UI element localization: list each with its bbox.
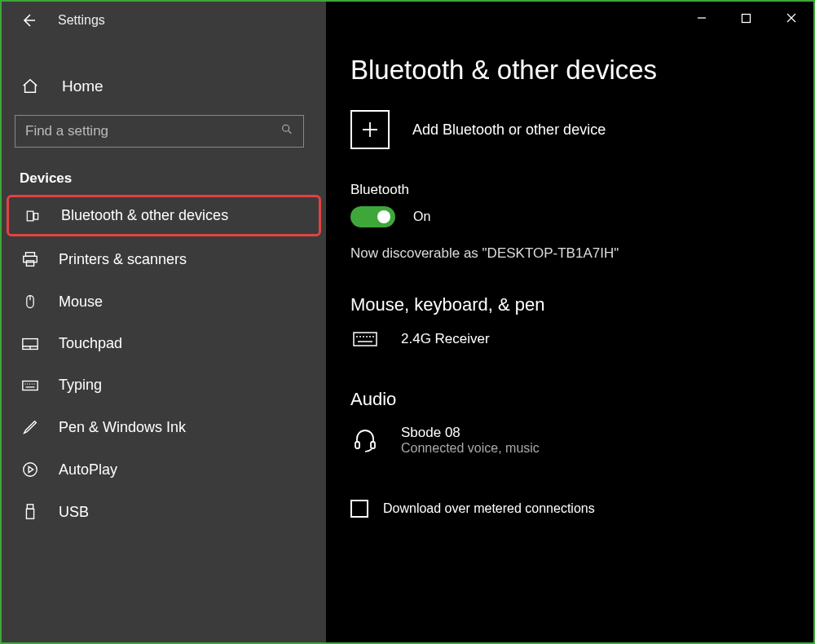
mouse-icon — [20, 293, 41, 311]
home-link[interactable]: Home — [2, 68, 326, 105]
device-label: Sbode 08 — [401, 425, 540, 441]
page-title: Bluetooth & other devices — [350, 55, 813, 86]
sidebar-item-usb[interactable]: USB — [2, 491, 326, 533]
sidebar-item-label: Touchpad — [59, 335, 122, 352]
sidebar-item-typing[interactable]: Typing — [2, 364, 326, 406]
device-receiver[interactable]: 2.4G Receiver — [350, 330, 813, 348]
svg-rect-1 — [27, 211, 33, 221]
sidebar-item-pen[interactable]: Pen & Windows Ink — [2, 406, 326, 448]
bluetooth-icon — [22, 208, 43, 224]
sidebar-item-bluetooth[interactable]: Bluetooth & other devices — [7, 195, 321, 236]
printer-icon — [20, 250, 41, 268]
bluetooth-state: On — [413, 210, 430, 224]
sidebar-item-label: USB — [59, 504, 89, 521]
close-icon — [786, 12, 797, 24]
bluetooth-label: Bluetooth — [350, 182, 813, 198]
search-input-container — [15, 115, 304, 148]
section-label-devices: Devices — [20, 170, 326, 187]
home-label: Home — [62, 77, 104, 95]
metered-label: Download over metered connections — [383, 501, 595, 516]
bluetooth-toggle[interactable] — [350, 206, 395, 227]
svg-rect-2 — [34, 213, 38, 219]
add-device-label: Add Bluetooth or other device — [412, 121, 606, 139]
titlebar-label: Settings — [58, 13, 105, 28]
discoverable-text: Now discoverable as "DESKTOP-TB1A7IH" — [350, 245, 813, 262]
maximize-button[interactable] — [724, 2, 769, 34]
search-icon — [280, 123, 293, 140]
pen-icon — [20, 418, 41, 436]
close-button[interactable] — [769, 2, 813, 34]
svg-rect-10 — [27, 505, 33, 509]
sidebar-item-mouse[interactable]: Mouse — [2, 280, 326, 323]
svg-rect-5 — [26, 261, 33, 266]
svg-rect-4 — [24, 256, 37, 262]
touchpad-icon — [20, 337, 41, 351]
device-label: 2.4G Receiver — [401, 331, 490, 347]
svg-rect-15 — [371, 442, 375, 448]
maximize-icon — [741, 13, 751, 24]
headset-icon — [350, 427, 380, 453]
svg-rect-11 — [26, 509, 33, 518]
sidebar-item-label: Mouse — [59, 293, 103, 311]
minimize-icon — [696, 12, 707, 24]
svg-rect-14 — [355, 442, 359, 448]
usb-icon — [20, 503, 41, 521]
device-sbode[interactable]: Sbode 08 Connected voice, music — [350, 425, 813, 456]
autoplay-icon — [20, 461, 41, 479]
back-button[interactable] — [14, 6, 43, 35]
keyboard-icon — [350, 330, 380, 348]
keyboard-icon — [20, 379, 41, 392]
add-device-button[interactable]: Add Bluetooth or other device — [350, 110, 813, 149]
svg-rect-8 — [23, 381, 37, 390]
minimize-button[interactable] — [679, 2, 724, 34]
sidebar-item-printers[interactable]: Printers & scanners — [2, 238, 326, 280]
plus-icon — [350, 110, 390, 149]
arrow-left-icon — [20, 12, 37, 29]
sidebar-item-label: Printers & scanners — [59, 251, 187, 268]
search-input[interactable] — [25, 116, 271, 147]
svg-rect-13 — [354, 333, 377, 346]
svg-point-0 — [283, 125, 289, 131]
home-icon — [20, 77, 41, 95]
sidebar-item-label: Pen & Windows Ink — [59, 419, 186, 436]
sidebar-item-label: Bluetooth & other devices — [61, 207, 228, 224]
sidebar-item-label: Typing — [59, 377, 102, 394]
svg-point-9 — [24, 463, 37, 477]
device-sublabel: Connected voice, music — [401, 441, 540, 456]
metered-checkbox-row[interactable]: Download over metered connections — [350, 500, 813, 518]
sidebar-item-label: AutoPlay — [59, 461, 117, 479]
sidebar-item-autoplay[interactable]: AutoPlay — [2, 448, 326, 491]
sidebar-item-touchpad[interactable]: Touchpad — [2, 323, 326, 364]
group-audio: Audio — [350, 389, 813, 410]
checkbox-icon — [350, 500, 368, 518]
svg-rect-12 — [742, 14, 751, 22]
group-mouse-keyboard-pen: Mouse, keyboard, & pen — [350, 294, 813, 315]
